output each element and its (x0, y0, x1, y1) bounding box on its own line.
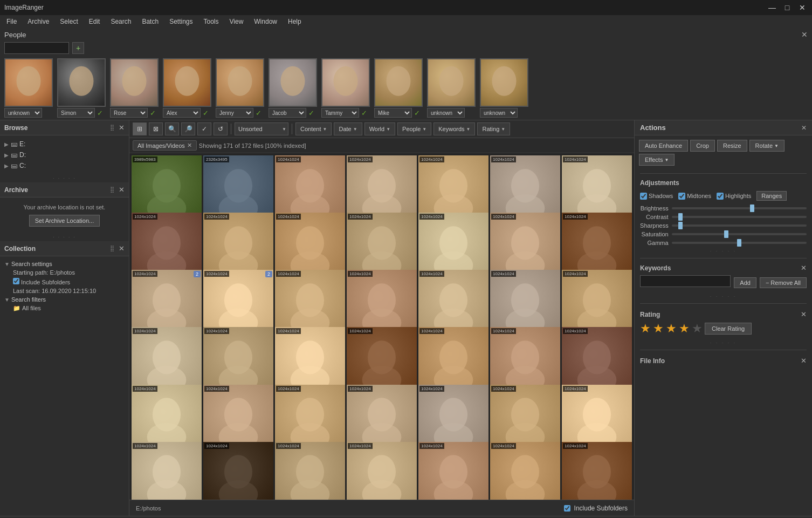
collection-item-4[interactable]: ▼Search filters (4, 295, 125, 304)
content-filter-button[interactable]: Content▼ (295, 122, 332, 135)
menu-item-settings[interactable]: Settings (167, 17, 195, 26)
person-name-select-0[interactable]: unknown (4, 108, 42, 118)
person-name-select-2[interactable]: Rose (110, 108, 148, 118)
people-add-button[interactable]: + (72, 42, 84, 54)
select-button[interactable]: ⊠ (149, 122, 163, 135)
slider-brightness[interactable] (672, 207, 807, 209)
midtones-check-label[interactable]: Midtones (678, 193, 711, 200)
zoom-out-button[interactable]: 🔍 (165, 122, 179, 135)
adjustments-keywords-resize[interactable]: · · · · · (635, 247, 812, 255)
browse-archive-resize[interactable]: · · · · · (0, 174, 129, 182)
person-item-6[interactable]: Tammy✓ (321, 58, 370, 118)
shadows-check-label[interactable]: Shadows (640, 193, 673, 200)
thumbnail-38[interactable]: 1024x1024 (347, 442, 417, 500)
menu-item-search[interactable]: Search (108, 17, 133, 26)
shadows-checkbox[interactable] (640, 193, 647, 200)
person-item-3[interactable]: Alex✓ (163, 58, 211, 118)
set-archive-button[interactable]: Set Archive Location... (29, 215, 100, 227)
slider-sharpness[interactable] (672, 224, 807, 227)
person-name-select-6[interactable]: Tammy (321, 108, 359, 118)
include-subfolders-checkbox[interactable] (564, 505, 570, 512)
thumbnail-41[interactable]: 1024x1024 (562, 442, 632, 500)
person-name-select-3[interactable]: Alex (163, 108, 201, 118)
thumbnail-40[interactable]: 1024x1024 (490, 442, 560, 500)
collection-item-0[interactable]: ▼Search settings (4, 260, 125, 268)
refresh-button[interactable]: ↺ (214, 122, 228, 135)
person-name-select-5[interactable]: Jacob (269, 108, 306, 118)
file-info-close[interactable]: ✕ (801, 357, 807, 365)
highlights-check-label[interactable]: Highlights (717, 193, 751, 200)
sort-wrapper[interactable]: Unsorted Name Date Size (235, 122, 288, 135)
person-item-5[interactable]: Jacob✓ (269, 58, 317, 118)
menu-item-select[interactable]: Select (58, 17, 80, 26)
thumbnail-39[interactable]: 1024x1024 (418, 442, 488, 500)
menu-item-archive[interactable]: Archive (25, 17, 51, 26)
rating-close[interactable]: ✕ (801, 310, 807, 318)
person-item-4[interactable]: Jenny✓ (216, 58, 264, 118)
archive-panel-close[interactable]: ✕ (119, 186, 125, 194)
person-name-select-8[interactable]: unknown (427, 108, 465, 118)
star-5[interactable]: ★ (692, 322, 703, 336)
menu-item-help[interactable]: Help (286, 17, 304, 26)
people-search-input[interactable] (4, 42, 69, 54)
drive-item-E[interactable]: ▶🖴E: (4, 139, 125, 149)
person-name-select-4[interactable]: Jenny (216, 108, 253, 118)
world-filter-button[interactable]: World▼ (364, 122, 395, 135)
actions-panel-close[interactable]: ✕ (801, 124, 807, 132)
person-item-0[interactable]: unknown (4, 58, 53, 118)
slider-saturation[interactable] (672, 233, 807, 235)
star-4[interactable]: ★ (679, 322, 690, 336)
star-2[interactable]: ★ (653, 322, 664, 336)
check-button[interactable]: ✓ (197, 122, 211, 135)
close-button[interactable]: ✕ (797, 3, 808, 12)
drive-item-C[interactable]: ▶🖴C: (4, 160, 125, 171)
rating-filter-button[interactable]: Rating▼ (477, 122, 510, 135)
keywords-filter-button[interactable]: Keywords▼ (433, 122, 475, 135)
star-1[interactable]: ★ (640, 322, 651, 336)
rating-fileinfo-resize[interactable]: · · · · · (635, 339, 812, 346)
tag-chip-all-images[interactable]: All Images/Videos ✕ (133, 140, 197, 151)
browse-panel-close[interactable]: ✕ (119, 124, 125, 132)
ranges-button[interactable]: Ranges (756, 191, 787, 201)
menu-item-tools[interactable]: Tools (201, 17, 221, 26)
person-item-8[interactable]: unknown (427, 58, 476, 118)
person-item-1[interactable]: Simon✓ (57, 58, 106, 118)
collection-checkbox-2[interactable] (13, 278, 19, 284)
person-item-7[interactable]: Mike✓ (374, 58, 423, 118)
keywords-add-button[interactable]: Add (734, 277, 756, 288)
drive-item-D[interactable]: ▶🖴D: (4, 149, 125, 160)
thumbnail-35[interactable]: 1024x1024 (132, 442, 202, 500)
resize-button[interactable]: Resize (717, 140, 747, 152)
archive-collection-resize[interactable]: · · · · · (0, 233, 129, 241)
thumbnail-36[interactable]: 1024x1024 (203, 442, 273, 500)
person-name-select-1[interactable]: Simon (57, 108, 95, 118)
menu-item-view[interactable]: View (228, 17, 246, 26)
collection-panel-close[interactable]: ✕ (119, 244, 125, 253)
rotate-button[interactable]: Rotate ▼ (749, 140, 785, 152)
person-name-select-7[interactable]: Mike (374, 108, 412, 118)
menu-item-batch[interactable]: Batch (140, 17, 161, 26)
menu-item-file[interactable]: File (4, 17, 19, 26)
person-item-2[interactable]: Rose✓ (110, 58, 159, 118)
keywords-input[interactable] (640, 275, 731, 287)
clear-rating-button[interactable]: Clear Rating (705, 323, 752, 335)
people-filter-button[interactable]: People▼ (397, 122, 431, 135)
people-panel-close[interactable]: ✕ (801, 30, 808, 39)
slider-gamma[interactable] (672, 242, 807, 244)
menu-item-edit[interactable]: Edit (87, 17, 102, 26)
thumbnail-37[interactable]: 1024x1024 (275, 442, 345, 500)
sort-dropdown[interactable]: Unsorted Name Date Size (235, 122, 288, 135)
midtones-checkbox[interactable] (678, 193, 685, 200)
menu-item-window[interactable]: Window (252, 17, 279, 26)
archive-resize-handle[interactable]: ⣿ (110, 186, 114, 193)
person-name-select-9[interactable]: unknown (480, 108, 518, 118)
keywords-rating-resize[interactable]: · · · · · (635, 292, 812, 300)
slider-contrast[interactable] (672, 216, 807, 218)
collection-resize-handle[interactable]: ⣿ (110, 245, 114, 252)
grid-view-button[interactable]: ⊞ (133, 122, 147, 135)
minimize-button[interactable]: — (767, 3, 777, 12)
crop-button[interactable]: Crop (690, 140, 715, 152)
window-controls[interactable]: — □ ✕ (767, 3, 808, 12)
tag-chip-close[interactable]: ✕ (187, 142, 192, 149)
keywords-close[interactable]: ✕ (801, 264, 807, 272)
